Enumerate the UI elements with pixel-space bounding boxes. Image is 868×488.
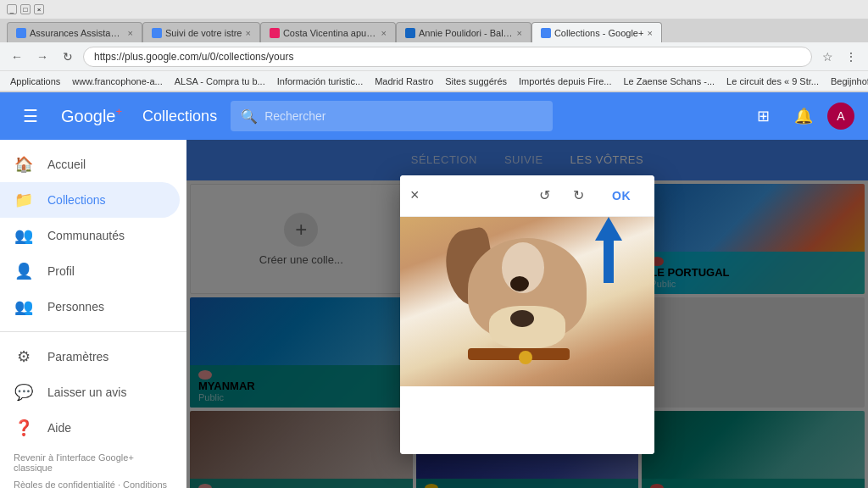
search-bar[interactable]: 🔍 <box>231 101 553 131</box>
title-bar: _ □ × <box>0 0 868 19</box>
sidebar-label-profil: Profil <box>47 264 75 278</box>
avatar[interactable]: A <box>827 103 854 130</box>
top-bar-right: ⊞ 🔔 A <box>746 99 854 133</box>
tab-close-2[interactable]: × <box>245 28 250 38</box>
bookmark-importes[interactable]: Importés depuis Fire... <box>515 75 615 88</box>
dog-eye <box>510 276 529 291</box>
browser-tab-1[interactable]: Assurances Assistance | V... × <box>7 22 142 42</box>
browser-tab-2[interactable]: Suivi de votre istre × <box>142 22 260 42</box>
apps-grid-icon[interactable]: ⊞ <box>746 99 780 133</box>
sidebar-item-personnes[interactable]: 👥 Personnes <box>0 289 180 324</box>
avis-icon: 💬 <box>14 383 34 402</box>
home-icon: 🏠 <box>14 155 34 174</box>
parametres-icon: ⚙ <box>14 347 34 366</box>
modal-overlay: × ↺ ↻ OK <box>186 140 868 488</box>
dog-tag <box>519 351 532 364</box>
sidebar-label-aide: Aide <box>47 421 71 435</box>
bookmark-begijnhof[interactable]: Begijnhof (Béguinag... <box>827 75 868 88</box>
personnes-icon: 👥 <box>14 297 34 316</box>
tab-close-5[interactable]: × <box>647 28 652 38</box>
sidebar-item-parametres[interactable]: ⚙ Paramètres <box>0 339 180 374</box>
modal-ok-button[interactable]: OK <box>598 184 644 208</box>
tab-label-1: Assurances Assistance | V... <box>30 28 125 38</box>
rotate-left-button[interactable]: ↺ <box>531 182 558 209</box>
main-content: SÉLECTION SUIVIE LES VÔTRES + Créer une … <box>186 140 868 488</box>
sidebar-label-laisser-avis: Laisser un avis <box>47 385 126 399</box>
footer-link-privacy[interactable]: Règles de confidentialité <box>14 480 115 488</box>
sidebar-label-communautes: Communautés <box>47 229 125 242</box>
sidebar-item-accueil[interactable]: 🏠 Accueil <box>0 147 180 182</box>
top-bar: ☰ Google+ Collections 🔍 ⊞ 🔔 A <box>0 92 868 140</box>
close-win-btn[interactable]: × <box>34 4 44 14</box>
tab-favicon-2 <box>152 28 162 38</box>
bookmark-btn[interactable]: ☆ <box>817 47 837 67</box>
rotate-right-button[interactable]: ↻ <box>565 182 592 209</box>
collections-icon: 📁 <box>14 191 34 209</box>
tab-label-2: Suivi de votre istre <box>165 28 242 38</box>
tab-close-1[interactable]: × <box>128 28 133 38</box>
sidebar-label-accueil: Accueil <box>47 158 86 171</box>
app-logo: Google+ <box>61 106 122 127</box>
tab-label-3: Costa Vicentina apus 3 -... <box>283 28 378 38</box>
bookmark-sites[interactable]: Sites suggérés <box>442 75 510 88</box>
tab-label-4: Annie Poulidori - Balo... <box>419 28 514 38</box>
bookmark-zaense[interactable]: Le Zaense Schans -... <box>620 75 718 88</box>
sidebar-item-aide[interactable]: ❓ Aide <box>0 410 180 446</box>
bookmark-info[interactable]: Información turistic... <box>274 75 366 88</box>
app: ☰ Google+ Collections 🔍 ⊞ 🔔 A 🏠 Accueil … <box>0 92 868 488</box>
bookmark-alsa[interactable]: ALSA - Compra tu b... <box>171 75 269 88</box>
sidebar: 🏠 Accueil 📁 Collections 👥 Communautés 👤 … <box>0 140 186 488</box>
sidebar-label-collections: Collections <box>47 193 105 207</box>
window-controls: _ □ × <box>7 4 44 14</box>
bookmarks-bar: Applications www.francophone-a... ALSA -… <box>0 71 868 92</box>
modal-toolbar: × ↺ ↻ OK <box>400 175 654 217</box>
tab-favicon-4 <box>405 28 415 38</box>
modal-bottom-area <box>400 386 654 454</box>
image-edit-modal: × ↺ ↻ OK <box>400 175 654 454</box>
back-button[interactable]: ← <box>7 47 27 67</box>
menu-btn[interactable]: ⋮ <box>841 47 861 67</box>
browser-tab-5[interactable]: Collections - Google+ × <box>531 22 662 42</box>
communautes-icon: 👥 <box>14 226 34 245</box>
minimize-btn[interactable]: _ <box>7 4 17 14</box>
dog-nose <box>510 310 534 327</box>
bookmark-madrid[interactable]: Madrid Rastro <box>371 75 437 88</box>
sidebar-separator <box>0 331 186 332</box>
sidebar-footer: Revenir à l'interface Google+ classique … <box>0 446 186 488</box>
nav-right-buttons: ☆ ⋮ <box>817 47 861 67</box>
maximize-btn[interactable]: □ <box>20 4 31 14</box>
nav-bar: ← → ↻ ☆ ⋮ <box>0 42 868 71</box>
search-input[interactable] <box>264 109 542 123</box>
content-area: 🏠 Accueil 📁 Collections 👥 Communautés 👤 … <box>0 140 868 488</box>
profil-icon: 👤 <box>14 262 34 280</box>
tab-label-5: Collections - Google+ <box>554 28 643 38</box>
hamburger-menu[interactable]: ☰ <box>14 99 47 133</box>
sidebar-item-laisser-avis[interactable]: 💬 Laisser un avis <box>0 374 180 410</box>
bookmark-circuit[interactable]: Le circuit des « 9 Str... <box>723 75 822 88</box>
sidebar-item-communautes[interactable]: 👥 Communautés <box>0 218 180 253</box>
tab-close-4[interactable]: × <box>516 28 521 38</box>
tab-close-3[interactable]: × <box>381 28 386 38</box>
footer-link-interface[interactable]: Revenir à l'interface Google+ classique <box>14 452 134 473</box>
refresh-button[interactable]: ↻ <box>58 47 78 67</box>
bookmark-applications[interactable]: Applications <box>7 75 64 88</box>
browser-tab-4[interactable]: Annie Poulidori - Balo... × <box>396 22 531 42</box>
forward-button[interactable]: → <box>32 47 53 67</box>
sidebar-label-parametres: Paramètres <box>47 350 108 363</box>
browser-tab-3[interactable]: Costa Vicentina apus 3 -... × <box>260 22 396 42</box>
dog-face-area <box>442 225 612 378</box>
tab-bar: Assurances Assistance | V... × Suivi de … <box>0 19 868 42</box>
search-icon: 🔍 <box>241 108 258 125</box>
sidebar-item-profil[interactable]: 👤 Profil <box>0 253 180 289</box>
tab-favicon-1 <box>16 28 26 38</box>
blue-arrow <box>595 217 622 283</box>
sidebar-label-personnes: Personnes <box>47 300 104 313</box>
address-bar[interactable] <box>83 47 812 67</box>
aide-icon: ❓ <box>14 419 34 437</box>
modal-close-button[interactable]: × <box>410 186 420 204</box>
bookmark-francophone[interactable]: www.francophone-a... <box>69 75 165 88</box>
sidebar-item-collections[interactable]: 📁 Collections <box>0 182 180 218</box>
notification-icon[interactable]: 🔔 <box>787 99 821 133</box>
tab-favicon-5 <box>541 28 551 38</box>
tab-favicon-3 <box>270 28 280 38</box>
